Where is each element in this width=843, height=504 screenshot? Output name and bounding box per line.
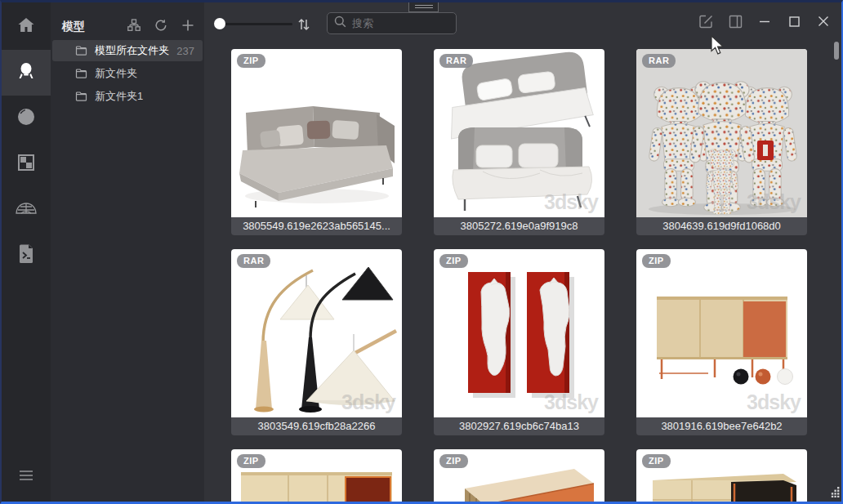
- sidebar-item-materials[interactable]: [2, 96, 51, 141]
- folder-panel: 模型 模型所在文件夹 237: [51, 2, 204, 502]
- model-thumbnail-sideboard: 3dsky: [636, 249, 807, 417]
- model-card[interactable]: ZIP 3805549.619e2623ab565145...: [231, 49, 402, 235]
- scripts-file-icon: [18, 244, 34, 267]
- menu-hamburger-icon: [19, 470, 33, 484]
- model-card[interactable]: 3dsky RAR 3803549.619cfb28a2266: [231, 249, 402, 435]
- folder-icon: [75, 68, 87, 83]
- folder-icon: [75, 91, 87, 105]
- folder-icon: [75, 45, 87, 60]
- refresh-icon[interactable]: [154, 19, 167, 32]
- archive-badge: ZIP: [439, 454, 468, 468]
- folder-panel-header: 模型: [51, 2, 204, 40]
- model-filename: 3805549.619e2623ab565145...: [231, 217, 402, 235]
- sidebar-item-scripts[interactable]: [2, 233, 51, 279]
- sort-button[interactable]: [296, 16, 314, 34]
- sidebar-item-models[interactable]: [2, 50, 51, 96]
- folder-label: 新文件夹1: [95, 89, 188, 104]
- sidebar-menu-button[interactable]: [2, 461, 51, 493]
- model-filename: 3803549.619cfb28a2266: [231, 417, 402, 435]
- model-filename: 3801916.619bee7e642b2: [636, 417, 807, 435]
- minimize-button[interactable]: [757, 14, 772, 29]
- sidebar-item-hdri[interactable]: [2, 187, 51, 233]
- model-grid: ZIP 3805549.619e2623ab565145...: [231, 49, 807, 502]
- folder-label: 模型所在文件夹: [95, 43, 170, 58]
- model-card[interactable]: 3dsky RAR 3804639.619d9fd1068d0: [636, 49, 807, 235]
- folder-row[interactable]: 新文件夹1: [52, 86, 203, 107]
- resize-grip-icon[interactable]: [829, 486, 840, 501]
- folder-row-selected[interactable]: 模型所在文件夹 237: [52, 40, 203, 61]
- scrollbar-thumb[interactable]: [834, 42, 839, 60]
- folder-row[interactable]: 新文件夹: [52, 63, 203, 84]
- model-card[interactable]: 3dsky RAR 3805272.619e0a9f919c8: [434, 49, 604, 235]
- folder-list: 模型所在文件夹 237 新文件夹 新文件夹1: [52, 40, 203, 109]
- model-thumbnail-lamps: 3dsky: [231, 249, 402, 417]
- window-drag-handle[interactable]: [408, 2, 439, 12]
- thumbnail-size-slider-knob[interactable]: [214, 18, 225, 29]
- left-icon-rail: [2, 2, 51, 502]
- app-window: 模型 模型所在文件夹 237: [0, 0, 843, 504]
- sidebar-item-textures[interactable]: [2, 141, 51, 187]
- model-card[interactable]: ZIP: [231, 449, 402, 502]
- model-filename: 3804639.619d9fd1068d0: [636, 217, 807, 235]
- materials-sphere-icon: [16, 107, 36, 130]
- search-icon: [334, 16, 346, 31]
- tree-view-button[interactable]: [127, 19, 140, 32]
- split-view-button[interactable]: [728, 14, 743, 29]
- folder-count: 237: [176, 45, 194, 57]
- model-card[interactable]: ZIP: [434, 449, 604, 502]
- archive-badge: RAR: [642, 54, 676, 68]
- titlebar-actions: [698, 14, 831, 29]
- archive-badge: ZIP: [439, 254, 468, 268]
- model-thumbnail-torsos: 3dsky: [434, 249, 604, 417]
- hdri-dome-icon: [16, 203, 37, 217]
- panel-title: 模型: [62, 20, 85, 34]
- sidebar-item-home[interactable]: [2, 4, 51, 50]
- add-folder-button[interactable]: [181, 19, 194, 32]
- model-card[interactable]: 3dsky ZIP 3801916.619bee7e642b2: [636, 249, 807, 435]
- search-input[interactable]: [352, 17, 442, 29]
- archive-badge: ZIP: [237, 54, 265, 68]
- model-filename: 3805272.619e0a9f919c8: [434, 217, 604, 235]
- thumbnail-size-slider-track[interactable]: [214, 23, 292, 25]
- archive-badge: RAR: [439, 54, 473, 68]
- archive-badge: ZIP: [642, 454, 671, 468]
- model-thumbnail-bearbrick: 3dsky: [636, 49, 807, 217]
- close-button[interactable]: [816, 14, 831, 29]
- model-card[interactable]: ZIP: [636, 449, 807, 502]
- models-chair-icon: [16, 61, 36, 84]
- search-box[interactable]: [327, 12, 457, 34]
- model-filename: 3802927.619cb6c74ba13: [434, 417, 604, 435]
- model-thumbnail-sofa: [231, 49, 402, 217]
- home-icon: [16, 16, 36, 38]
- content-area: ZIP 3805549.619e2623ab565145...: [204, 2, 841, 502]
- model-card[interactable]: 3dsky ZIP 3802927.619cb6c74ba13: [434, 249, 604, 435]
- maximize-button[interactable]: [787, 14, 801, 29]
- folder-label: 新文件夹: [95, 66, 188, 81]
- archive-badge: ZIP: [642, 254, 671, 268]
- edit-button[interactable]: [698, 14, 713, 29]
- model-thumbnail-bed: 3dsky: [434, 49, 604, 217]
- archive-badge: ZIP: [237, 454, 265, 468]
- textures-checker-icon: [17, 154, 35, 175]
- archive-badge: RAR: [237, 254, 270, 268]
